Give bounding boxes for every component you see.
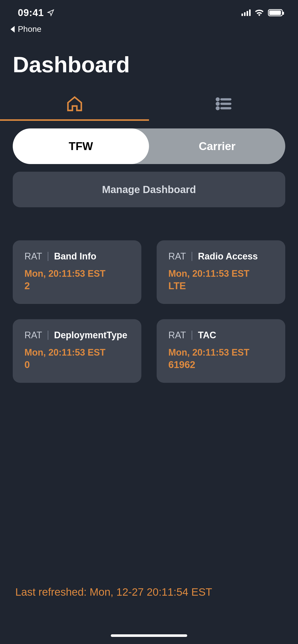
card-band-info[interactable]: RAT Band Info Mon, 20:11:53 EST 2 bbox=[13, 240, 141, 304]
card-title: Radio Access bbox=[198, 251, 258, 262]
card-category: RAT bbox=[168, 251, 186, 262]
back-to-app[interactable]: Phone bbox=[0, 24, 298, 34]
wifi-icon bbox=[255, 9, 264, 16]
card-timestamp: Mon, 20:11:53 EST bbox=[168, 268, 274, 279]
card-title: Band Info bbox=[54, 251, 96, 262]
svg-point-4 bbox=[217, 107, 219, 109]
cellular-signal-icon bbox=[241, 9, 251, 16]
card-title: TAC bbox=[198, 330, 216, 341]
card-grid: RAT Band Info Mon, 20:11:53 EST 2 RAT Ra… bbox=[0, 207, 298, 383]
back-caret-icon bbox=[10, 26, 16, 33]
card-timestamp: Mon, 20:11:53 EST bbox=[24, 347, 130, 358]
card-category: RAT bbox=[24, 330, 42, 341]
svg-point-2 bbox=[217, 103, 219, 105]
tab-home[interactable] bbox=[0, 88, 149, 121]
manage-dashboard-button[interactable]: Manage Dashboard bbox=[13, 172, 285, 207]
list-icon bbox=[215, 95, 233, 114]
segmented-control: TFW Carrier bbox=[13, 128, 285, 164]
page-title: Dashboard bbox=[0, 34, 298, 88]
divider-icon bbox=[48, 252, 48, 261]
tab-list[interactable] bbox=[149, 88, 298, 121]
battery-icon bbox=[268, 9, 283, 16]
status-bar: 09:41 bbox=[0, 0, 298, 25]
card-value: 2 bbox=[24, 281, 130, 291]
home-indicator[interactable] bbox=[111, 634, 187, 637]
segment-tfw[interactable]: TFW bbox=[13, 128, 149, 164]
card-category: RAT bbox=[168, 330, 186, 341]
status-left: 09:41 bbox=[18, 7, 55, 18]
card-value: 0 bbox=[24, 359, 130, 370]
card-header: RAT TAC bbox=[168, 330, 274, 341]
view-tabs bbox=[0, 88, 298, 121]
status-time: 09:41 bbox=[18, 7, 44, 18]
last-refreshed: Last refreshed: Mon, 12-27 20:11:54 EST bbox=[15, 586, 212, 598]
divider-icon bbox=[48, 331, 48, 340]
last-refreshed-value: Mon, 12-27 20:11:54 EST bbox=[90, 586, 212, 598]
last-refreshed-label: Last refreshed: bbox=[15, 586, 90, 598]
status-right bbox=[241, 9, 283, 16]
svg-point-0 bbox=[217, 98, 219, 100]
card-header: RAT Radio Access bbox=[168, 251, 274, 262]
card-tac[interactable]: RAT TAC Mon, 20:11:53 EST 61962 bbox=[157, 319, 285, 383]
divider-icon bbox=[192, 331, 192, 340]
card-timestamp: Mon, 20:11:53 EST bbox=[168, 347, 274, 358]
location-arrow-icon bbox=[47, 9, 55, 17]
home-icon bbox=[66, 95, 84, 114]
back-app-label: Phone bbox=[18, 24, 42, 34]
card-category: RAT bbox=[24, 251, 42, 262]
segment-carrier[interactable]: Carrier bbox=[149, 128, 285, 164]
card-radio-access[interactable]: RAT Radio Access Mon, 20:11:53 EST LTE bbox=[157, 240, 285, 304]
card-value: LTE bbox=[168, 281, 274, 291]
card-header: RAT Band Info bbox=[24, 251, 130, 262]
card-header: RAT DeploymentType bbox=[24, 330, 130, 341]
card-deployment-type[interactable]: RAT DeploymentType Mon, 20:11:53 EST 0 bbox=[13, 319, 141, 383]
card-title: DeploymentType bbox=[54, 330, 127, 341]
divider-icon bbox=[192, 252, 192, 261]
card-timestamp: Mon, 20:11:53 EST bbox=[24, 268, 130, 279]
card-value: 61962 bbox=[168, 359, 274, 370]
